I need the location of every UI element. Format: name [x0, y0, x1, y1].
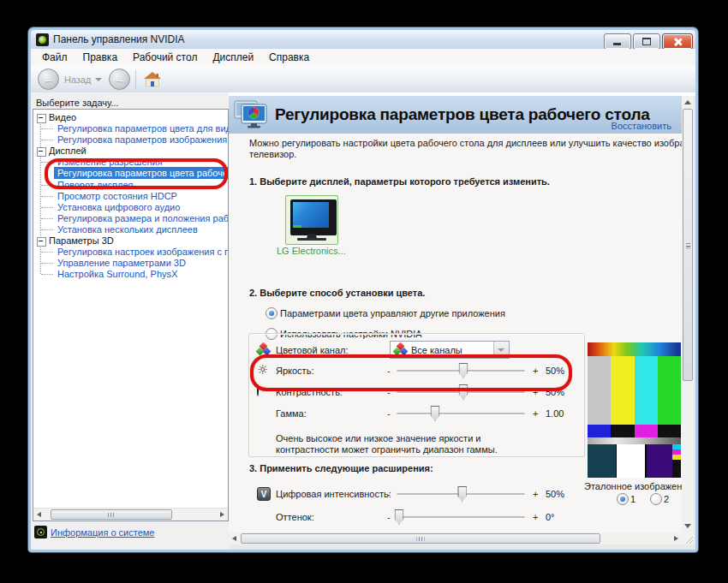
hue-slider-thumb[interactable]: [395, 509, 404, 525]
window-body: Выберите задачу... Видео Регулировка пар…: [31, 92, 695, 550]
tree-item-manage-3d-settings[interactable]: Управление параметрами 3D: [33, 258, 228, 269]
menu-desktop[interactable]: Рабочий стол: [125, 49, 205, 66]
vertical-scrollbar-thumb[interactable]: [683, 109, 693, 381]
scroll-right-icon[interactable]: [220, 512, 224, 517]
sidebar-header: Выберите задачу...: [36, 98, 119, 108]
rainbow-gradient-strip: [588, 342, 681, 356]
radio-other-applications-label[interactable]: Параметрами цвета управляют другие прило…: [280, 308, 505, 318]
menu-file[interactable]: Файл: [34, 49, 75, 66]
page-header: Регулировка параметров цвета рабочего ст…: [229, 96, 682, 134]
tree-item-image-settings-preview[interactable]: Регулировка настроек изображения с пр: [33, 247, 228, 258]
tree-item-multiple-displays[interactable]: Установка нескольких дисплеев: [33, 224, 228, 235]
tree-horizontal-scrollbar[interactable]: [33, 508, 228, 521]
contrast-minus: -: [387, 387, 391, 397]
tree-item-image-settings-video[interactable]: Регулировка параметров изображения д: [33, 134, 228, 146]
back-history-dropdown-icon[interactable]: [95, 78, 102, 81]
toolbar: ← Назад →: [31, 66, 695, 93]
section2-heading: 2. Выберите способ установки цвета.: [249, 288, 425, 298]
close-icon: [673, 37, 683, 46]
reference-image-caption: Эталонное изображение: [584, 481, 682, 491]
collapse-icon[interactable]: [37, 114, 46, 123]
color-channel-value: Все каналы: [411, 345, 462, 355]
tree-category-video[interactable]: Видео: [33, 112, 228, 123]
resize-grip[interactable]: [682, 532, 694, 544]
reference-image-radio-1-label[interactable]: 1: [630, 494, 636, 504]
menu-bar: Файл Правка Рабочий стол Дисплей Справка: [31, 49, 695, 67]
display-name-label: LG Electronics...: [277, 246, 345, 256]
menu-edit[interactable]: Правка: [75, 49, 126, 66]
hue-slider[interactable]: [397, 516, 525, 519]
hue-value: 0°: [546, 512, 555, 522]
collapse-icon[interactable]: [37, 147, 46, 157]
tree-item-color-settings-video[interactable]: Регулировка параметров цвета для вид: [33, 123, 228, 134]
display-thumbnail[interactable]: [285, 195, 338, 245]
gamma-plus: +: [533, 408, 538, 419]
main-pane: Регулировка параметров цвета рабочего ст…: [229, 92, 695, 550]
color-squares: [588, 444, 681, 478]
gamma-minus: -: [387, 408, 391, 419]
digital-vibrance-value: 50%: [546, 489, 564, 499]
scroll-up-icon[interactable]: [684, 100, 691, 104]
menu-display[interactable]: Дисплей: [205, 49, 261, 66]
forward-arrow-icon: →: [114, 73, 125, 86]
digital-vibrance-icon: V: [257, 487, 271, 501]
color-channel-dropdown[interactable]: Все каналы: [390, 341, 510, 359]
tree-item-hdcp-status[interactable]: Просмотр состояния HDCP: [33, 191, 228, 202]
scroll-left-icon[interactable]: [232, 536, 236, 541]
gamma-label: Гамма:: [276, 408, 307, 419]
vertical-scrollbar[interactable]: [682, 96, 694, 532]
contrast-slider-thumb[interactable]: [459, 384, 468, 400]
gamma-value: 1.00: [546, 408, 564, 419]
title-bar[interactable]: Панель управления NVIDIA: [31, 30, 695, 49]
display-color-settings-icon: [234, 99, 268, 130]
gamma-slider-thumb[interactable]: [431, 406, 440, 421]
brightness-label: Яркость:: [276, 366, 313, 376]
scroll-left-icon[interactable]: [37, 512, 41, 517]
hue-row: Оттенок: - + 0°: [229, 509, 682, 526]
scroll-down-icon[interactable]: [684, 524, 691, 528]
tree-item-desktop-size-position[interactable]: Регулировка размера и положения рабоч: [33, 213, 228, 224]
digital-vibrance-slider-thumb[interactable]: [457, 486, 467, 502]
collapse-icon[interactable]: [37, 237, 46, 247]
reference-image-radio-2[interactable]: [650, 493, 662, 505]
back-arrow-icon: ←: [43, 73, 54, 86]
gamma-slider[interactable]: [397, 413, 525, 415]
minimize-icon: [613, 43, 621, 45]
back-button[interactable]: ←: [38, 68, 59, 90]
gamma-note-line1: Очень высокое или низкое значение яркост…: [276, 433, 481, 443]
system-info-link[interactable]: Информация о системе: [51, 527, 154, 538]
maximize-button[interactable]: [633, 33, 660, 50]
tree-item-rotate-display[interactable]: Поворот дисплея: [33, 180, 228, 191]
tree-item-digital-audio[interactable]: Установка цифрового аудио: [33, 202, 228, 213]
horizontal-scrollbar-thumb[interactable]: [241, 533, 600, 544]
digital-vibrance-label: Цифровая интенсивность:: [276, 489, 391, 499]
tree-item-desktop-color-settings-selected[interactable]: Регулировка параметров цвета рабочег: [54, 167, 228, 179]
horizontal-scrollbar[interactable]: [229, 532, 682, 544]
intro-text-line1: Можно регулировать настройки цвета рабоч…: [249, 138, 682, 148]
reference-image-radio-2-label[interactable]: 2: [664, 494, 669, 504]
tree-scrollbar-thumb[interactable]: [51, 509, 172, 520]
reference-image-radio-1[interactable]: [617, 493, 629, 505]
contrast-icon: [257, 384, 259, 396]
digital-vibrance-plus: +: [533, 489, 538, 499]
brightness-slider-thumb[interactable]: [459, 363, 468, 378]
tree-category-3d-settings[interactable]: Параметры 3D: [33, 235, 228, 247]
home-icon[interactable]: [143, 71, 162, 88]
brightness-slider[interactable]: [397, 370, 525, 372]
digital-vibrance-minus: -: [387, 489, 391, 499]
tree-category-display[interactable]: Дисплей: [33, 146, 228, 157]
menu-help[interactable]: Справка: [261, 49, 317, 66]
scroll-right-icon[interactable]: [674, 536, 678, 541]
radio-other-applications[interactable]: [266, 307, 277, 319]
restore-link[interactable]: Восстановить: [612, 121, 671, 131]
digital-vibrance-slider[interactable]: [397, 493, 525, 496]
forward-button[interactable]: →: [109, 68, 130, 90]
close-button[interactable]: [662, 33, 693, 50]
gamma-note-line2: контрастности может ограничить диапазон …: [276, 444, 498, 455]
page-title: Регулировка параметров цвета рабочего ст…: [275, 105, 650, 124]
nvidia-logo-icon: [36, 33, 49, 46]
minimize-button[interactable]: [604, 33, 631, 50]
tree-item-surround-physx[interactable]: Настройка Surround, PhysX: [33, 269, 228, 280]
task-sidebar: Выберите задачу... Видео Регулировка пар…: [31, 92, 229, 550]
contrast-slider[interactable]: [397, 391, 525, 394]
